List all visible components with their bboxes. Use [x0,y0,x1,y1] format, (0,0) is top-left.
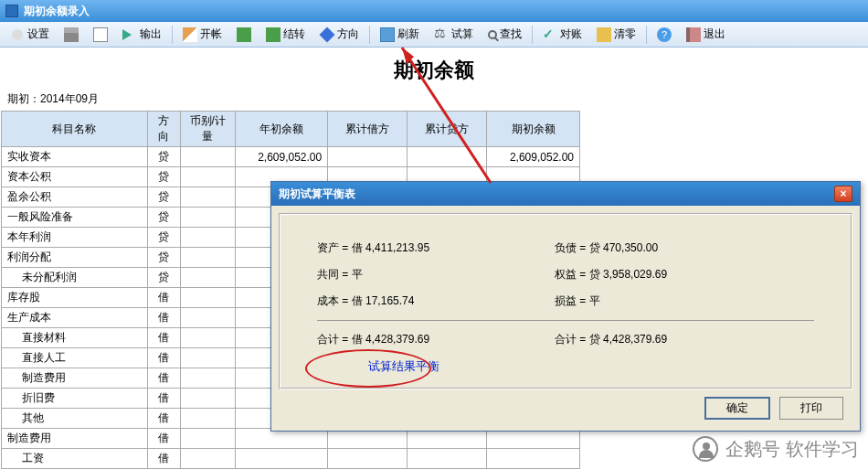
period-label: 期初：2014年09月 [0,88,868,111]
col-header: 方向 [147,112,180,147]
settings-icon [10,27,25,42]
table-row[interactable]: 实收资本贷2,609,052.002,609,052.00 [2,147,580,167]
dir-icon [320,27,335,42]
doc-button[interactable] [87,25,114,45]
currency [181,308,235,328]
carry-icon [266,27,281,42]
help-icon: ? [657,27,672,42]
refresh-button[interactable]: 刷新 [374,24,426,45]
carry-button[interactable]: 结转 [259,24,312,45]
direction: 借 [147,308,180,328]
begin-balance: 2,609,052.00 [487,147,580,167]
liab-label: 负债 [555,241,577,254]
ok-button[interactable]: 确定 [704,397,770,420]
direction: 借 [147,449,180,469]
direction: 借 [147,348,180,368]
col-header: 年初余额 [235,112,328,147]
clear-icon [597,27,611,42]
dialog-title: 期初试算平衡表 [279,187,355,202]
account-name: 资本公积 [2,167,148,187]
currency [181,328,235,348]
find-label: 查找 [500,27,522,42]
account-name: 利润分配 [2,248,148,268]
account-name: 库存股 [2,288,148,308]
title-bar: 期初余额录入 [0,0,868,22]
print-button[interactable] [58,25,85,45]
settings-label: 设置 [27,27,49,42]
currency [181,449,235,469]
account-name: 本年利润 [2,228,148,248]
g1-button[interactable] [230,25,258,45]
cum-debit [328,147,408,167]
direction: 借 [147,368,180,389]
currency [181,409,235,429]
trial-label: 试算 [451,27,473,42]
pl-value: = 平 [579,294,599,307]
table-row[interactable]: 工资借 [2,449,580,469]
export-button[interactable]: 输出 [116,24,168,45]
trial-button[interactable]: 试算 [428,24,480,45]
cum-debit [328,449,408,469]
watermark: 企鹅号 软件学习 [693,436,859,462]
find-button[interactable]: 查找 [482,24,528,45]
dir-label: 方向 [337,27,359,42]
currency [181,147,235,167]
penguin-icon [693,436,718,462]
exit-button[interactable]: 退出 [680,24,732,45]
year-begin: 2,609,052.00 [235,147,328,167]
currency [181,208,235,228]
currency [181,348,235,368]
help-button[interactable]: ? [651,25,678,45]
settings-button[interactable]: 设置 [4,24,56,45]
open-button[interactable]: 开帐 [176,24,228,45]
watermark-text: 企鹅号 软件学习 [725,437,859,462]
equity-value: = 贷 3,958,029.69 [579,268,667,281]
direction: 借 [147,288,180,308]
common-label: 共同 [317,268,339,281]
liab-value: = 贷 470,350.00 [579,241,658,254]
direction: 贷 [147,167,180,187]
direction: 借 [147,389,180,409]
trial-result: 试算结果平衡 [368,358,814,375]
dir-button[interactable]: 方向 [313,24,365,45]
direction: 借 [147,409,180,429]
account-name: 生产成本 [2,308,148,328]
col-header: 累计借方 [328,112,408,147]
recon-button[interactable]: ✓对账 [536,24,588,45]
currency [181,187,235,208]
total-cr-value: = 贷 4,428,379.69 [579,333,667,346]
carry-label: 结转 [283,27,305,42]
currency [181,288,235,308]
clear-button[interactable]: 清零 [590,24,642,45]
asset-label: 资产 [317,241,339,254]
trial-balance-dialog: 期初试算平衡表 × 资产 = 借 4,411,213.95 负债 = 贷 470… [270,181,861,432]
total-dr-label: 合计 [317,333,339,346]
account-name: 工资 [2,449,148,469]
doc-icon [93,27,108,42]
total-cr-label: 合计 [555,333,577,346]
clear-label: 清零 [614,27,636,42]
find-icon [488,30,497,39]
currency [181,228,235,248]
col-header: 期初余额 [487,112,580,147]
window-title: 期初余额录入 [24,4,90,19]
currency [181,429,235,449]
g1-icon [237,27,251,42]
account-name: 制造费用 [2,429,148,449]
direction: 借 [147,328,180,348]
direction: 贷 [147,147,180,167]
cum-credit [408,449,487,469]
recon-label: 对账 [560,27,582,42]
export-icon [122,29,137,40]
recon-icon: ✓ [543,27,557,42]
direction: 贷 [147,208,180,228]
close-icon[interactable]: × [834,186,852,202]
account-name: 制造费用 [2,368,148,389]
currency [181,167,235,187]
trial-icon [434,27,449,42]
year-begin [235,449,328,469]
refresh-icon [380,27,395,42]
refresh-label: 刷新 [397,27,419,42]
print-button[interactable]: 打印 [779,397,843,420]
currency [181,268,235,288]
